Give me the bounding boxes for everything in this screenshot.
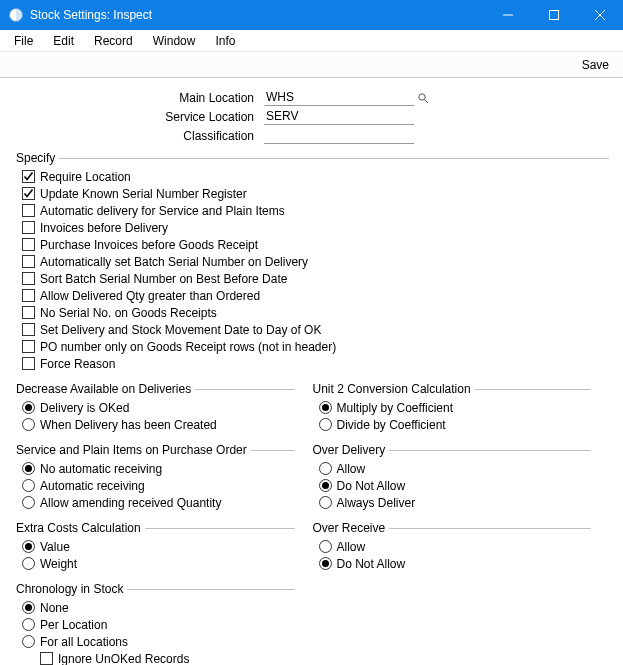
specify-option-2[interactable]: Automatic delivery for Service and Plain… [22,202,609,219]
window-minimize-button[interactable] [485,0,531,30]
service-plain-po-option-1[interactable]: Automatic receiving [22,477,295,494]
service-location-input[interactable] [264,108,414,125]
radio-icon[interactable] [22,479,35,492]
checkbox-icon[interactable] [22,272,35,285]
decrease-available-option-0[interactable]: Delivery is OKed [22,399,295,416]
save-button[interactable]: Save [582,58,609,72]
service-plain-po-option-0[interactable]: No automatic receiving [22,460,295,477]
over-receive-legend: Over Receive [313,521,592,535]
option-label: Multiply by Coefficient [337,401,454,415]
radio-icon[interactable] [319,462,332,475]
decrease-available-group: Decrease Available on Deliveries Deliver… [16,382,295,433]
chronology-ignore-unoked[interactable]: Ignore UnOKed Records [40,650,295,665]
extra-costs-option-1[interactable]: Weight [22,555,295,572]
checkbox-icon[interactable] [22,306,35,319]
over-delivery-option-0[interactable]: Allow [319,460,592,477]
option-label: Do Not Allow [337,557,406,571]
lookup-icon[interactable] [416,91,430,105]
checkbox-icon[interactable] [22,221,35,234]
radio-icon[interactable] [319,479,332,492]
radio-icon[interactable] [22,601,35,614]
form-body: Main Location Service Location Classific… [0,78,623,665]
radio-icon[interactable] [319,540,332,553]
chronology-group: Chronology in Stock NonePer LocationFor … [16,582,295,665]
radio-icon[interactable] [22,635,35,648]
specify-option-5[interactable]: Automatically set Batch Serial Number on… [22,253,609,270]
radio-icon[interactable] [22,418,35,431]
option-label: Allow [337,462,366,476]
menu-record[interactable]: Record [84,32,143,50]
radio-icon[interactable] [319,401,332,414]
option-label: Update Known Serial Number Register [40,187,247,201]
radio-icon[interactable] [22,540,35,553]
option-label: Ignore UnOKed Records [58,652,189,666]
menu-window[interactable]: Window [143,32,206,50]
chronology-option-0[interactable]: None [22,599,295,616]
specify-option-11[interactable]: Force Reason [22,355,609,372]
option-label: Value [40,540,70,554]
checkbox-icon[interactable] [22,255,35,268]
menu-edit[interactable]: Edit [43,32,84,50]
over-delivery-legend: Over Delivery [313,443,592,457]
checkbox-icon[interactable] [40,652,53,665]
option-label: No automatic receiving [40,462,162,476]
window-close-button[interactable] [577,0,623,30]
classification-input[interactable] [264,127,414,144]
option-label: When Delivery has been Created [40,418,217,432]
checkbox-icon[interactable] [22,187,35,200]
specify-group: Specify Require LocationUpdate Known Ser… [16,151,609,372]
checkbox-icon[interactable] [22,340,35,353]
chronology-option-1[interactable]: Per Location [22,616,295,633]
checkbox-icon[interactable] [22,204,35,217]
checkbox-icon[interactable] [22,289,35,302]
window-maximize-button[interactable] [531,0,577,30]
checkbox-icon[interactable] [22,323,35,336]
radio-icon[interactable] [22,618,35,631]
specify-option-0[interactable]: Require Location [22,168,609,185]
window-title: Stock Settings: Inspect [30,8,152,22]
specify-option-1[interactable]: Update Known Serial Number Register [22,185,609,202]
option-label: Weight [40,557,77,571]
radio-icon[interactable] [22,462,35,475]
radio-icon[interactable] [319,418,332,431]
radio-icon[interactable] [319,496,332,509]
unit2-conversion-option-0[interactable]: Multiply by Coefficient [319,399,592,416]
specify-option-10[interactable]: PO number only on Goods Receipt rows (no… [22,338,609,355]
specify-option-7[interactable]: Allow Delivered Qty greater than Ordered [22,287,609,304]
service-plain-po-option-2[interactable]: Allow amending received Quantity [22,494,295,511]
specify-legend: Specify [16,151,609,165]
radio-icon[interactable] [319,557,332,570]
chronology-option-2[interactable]: For all Locations [22,633,295,650]
menu-file[interactable]: File [4,32,43,50]
option-label: Allow amending received Quantity [40,496,221,510]
over-delivery-option-2[interactable]: Always Deliver [319,494,592,511]
decrease-available-legend: Decrease Available on Deliveries [16,382,295,396]
extra-costs-option-0[interactable]: Value [22,538,295,555]
radio-icon[interactable] [22,401,35,414]
over-receive-option-0[interactable]: Allow [319,538,592,555]
checkbox-icon[interactable] [22,170,35,183]
service-location-label: Service Location [24,110,264,124]
radio-icon[interactable] [22,557,35,570]
unit2-conversion-option-1[interactable]: Divide by Coefficient [319,416,592,433]
specify-option-6[interactable]: Sort Batch Serial Number on Best Before … [22,270,609,287]
main-location-input[interactable] [264,89,414,106]
main-location-row: Main Location [24,88,609,107]
menu-info[interactable]: Info [205,32,245,50]
specify-option-3[interactable]: Invoices before Delivery [22,219,609,236]
svg-rect-2 [503,15,513,16]
radio-icon[interactable] [22,496,35,509]
option-label: Invoices before Delivery [40,221,168,235]
checkbox-icon[interactable] [22,357,35,370]
svg-point-6 [419,93,425,99]
option-label: Force Reason [40,357,115,371]
specify-option-8[interactable]: No Serial No. on Goods Receipts [22,304,609,321]
option-label: For all Locations [40,635,128,649]
over-receive-option-1[interactable]: Do Not Allow [319,555,592,572]
specify-option-9[interactable]: Set Delivery and Stock Movement Date to … [22,321,609,338]
decrease-available-option-1[interactable]: When Delivery has been Created [22,416,295,433]
checkbox-icon[interactable] [22,238,35,251]
unit2-conversion-group: Unit 2 Conversion Calculation Multiply b… [313,382,592,433]
specify-option-4[interactable]: Purchase Invoices before Goods Receipt [22,236,609,253]
over-delivery-option-1[interactable]: Do Not Allow [319,477,592,494]
